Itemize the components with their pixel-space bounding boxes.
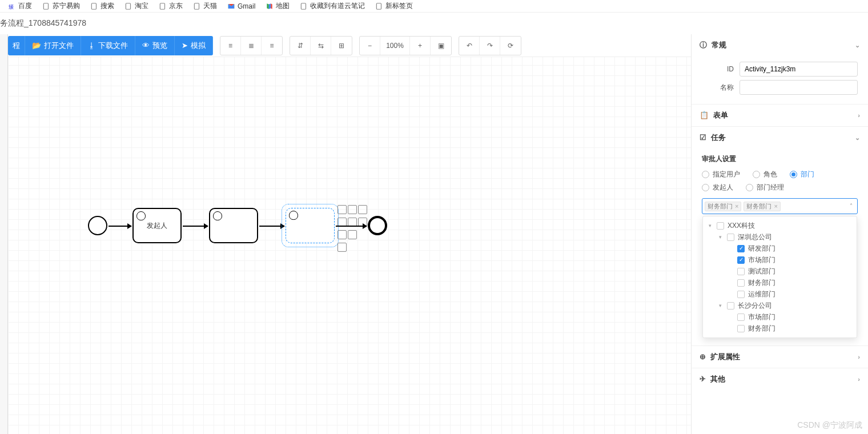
- canvas[interactable]: 程 📂打开文件 ⭳下载文件 👁预览 ➤模拟 ≡ ≣ ≡ ⇵ ⇆ ⊞ − 100%…: [8, 34, 691, 434]
- distribute-group: ⇵ ⇆ ⊞: [290, 36, 352, 55]
- send-icon: ✈: [700, 375, 706, 383]
- bookmark-搜索[interactable]: 搜索: [86, 0, 119, 13]
- dist-h-icon[interactable]: ⇵: [290, 37, 311, 55]
- approver-title: 审批人设置: [702, 151, 858, 166]
- tree-node-市场部门[interactable]: 市场部门: [703, 254, 857, 266]
- name-input[interactable]: [740, 80, 858, 95]
- radio-指定用户[interactable]: 指定用户: [702, 170, 740, 179]
- start-event[interactable]: [88, 216, 107, 235]
- undo-icon[interactable]: ↶: [459, 37, 480, 55]
- tag-财务部门[interactable]: 财务部门 ×: [744, 202, 780, 211]
- radio-dot-icon: [790, 171, 797, 178]
- ctx-text-icon[interactable]: [358, 205, 367, 214]
- zoom-in-icon[interactable]: +: [410, 37, 431, 55]
- checkbox-icon[interactable]: [737, 291, 745, 298]
- flow-3[interactable]: [259, 226, 284, 227]
- tag-close-icon[interactable]: ×: [774, 203, 777, 210]
- dept-multiselect[interactable]: 财务部门 ×财务部门 ×˄ ▾XXX科技▾深圳总公司研发部门市场部门测试部门财务…: [702, 198, 858, 214]
- zoom-out-icon[interactable]: −: [360, 37, 380, 55]
- bookmark-地图[interactable]: 地图: [261, 0, 294, 13]
- bookmark-天猫[interactable]: 天猫: [188, 0, 222, 13]
- checkbox-icon[interactable]: [737, 256, 745, 264]
- tree-node-财务部门[interactable]: 财务部门: [703, 277, 857, 288]
- ctx-delete-icon[interactable]: [348, 230, 357, 239]
- radio-dot-icon: [753, 171, 760, 178]
- ctx-event-icon[interactable]: [337, 205, 347, 214]
- checkbox-icon[interactable]: [727, 302, 734, 310]
- download-button[interactable]: ⭳下载文件: [81, 36, 135, 55]
- bookmark-新标签页[interactable]: 新标签页: [371, 0, 417, 13]
- align-right-icon[interactable]: ≣: [241, 37, 262, 55]
- bookmark-收藏到有道云笔记[interactable]: 收藏到有道云笔记: [295, 0, 369, 13]
- task-3-selected[interactable]: [286, 208, 335, 243]
- tree-node-运维部门[interactable]: 运维部门: [703, 288, 857, 300]
- dist-v-icon[interactable]: ⇆: [311, 37, 331, 55]
- task-2[interactable]: [209, 208, 258, 243]
- open-file-button[interactable]: 📂打开文件: [25, 36, 81, 55]
- tree-node-研发部门[interactable]: 研发部门: [703, 243, 857, 254]
- section-ext[interactable]: ⊕扩展属性 ›: [692, 346, 868, 368]
- id-input[interactable]: [740, 62, 858, 77]
- end-event[interactable]: [368, 216, 387, 235]
- checkbox-icon[interactable]: [737, 268, 745, 275]
- bookmark-京东[interactable]: 京东: [154, 0, 187, 13]
- context-pad[interactable]: [337, 204, 368, 255]
- svg-rect-4: [160, 3, 164, 9]
- task-initiator[interactable]: 发起人: [132, 208, 182, 243]
- redo-icon[interactable]: ↷: [480, 37, 500, 55]
- radio-dot-icon: [702, 171, 709, 178]
- dist-grid-icon[interactable]: ⊞: [331, 37, 352, 55]
- dept-tree-dropdown[interactable]: ▾XXX科技▾深圳总公司研发部门市场部门测试部门财务部门运维部门▾长沙分公司市场…: [702, 216, 857, 338]
- checkbox-icon[interactable]: [737, 325, 745, 332]
- svg-rect-2: [91, 3, 96, 9]
- bookmark-Gmail[interactable]: Gmail: [223, 0, 260, 13]
- bookmark-百度[interactable]: 簇百度: [3, 0, 37, 13]
- section-general[interactable]: ⓘ常规 ⌄: [692, 34, 868, 56]
- tree-node-测试部门[interactable]: 测试部门: [703, 266, 857, 277]
- left-rail: [0, 34, 8, 434]
- section-form[interactable]: 📋表单 ›: [692, 105, 868, 126]
- checkbox-icon[interactable]: [717, 222, 724, 230]
- align-left-icon[interactable]: ≡: [220, 37, 241, 55]
- tree-node-市场部门[interactable]: 市场部门: [703, 311, 857, 323]
- radio-发起人[interactable]: 发起人: [702, 183, 733, 192]
- simulate-button[interactable]: ➤模拟: [175, 36, 213, 55]
- flow-2[interactable]: [183, 226, 208, 227]
- zoom-level: 100%: [380, 37, 410, 55]
- section-task[interactable]: ☑任务 ⌄: [692, 127, 868, 148]
- ctx-gateway-icon[interactable]: [348, 205, 357, 214]
- bookmark-淘宝[interactable]: 淘宝: [120, 0, 153, 13]
- plus-circle-icon: ⊕: [700, 352, 706, 361]
- align-top-icon[interactable]: ≡: [262, 37, 282, 55]
- ctx-arrow-icon[interactable]: [337, 243, 347, 252]
- checkbox-icon[interactable]: [737, 245, 745, 252]
- svg-text:簇: 簇: [9, 3, 14, 9]
- name-label: 名称: [702, 83, 734, 93]
- tree-node-财务部门[interactable]: 财务部门: [703, 323, 857, 334]
- ctx-wrench-icon[interactable]: [337, 230, 347, 239]
- tree-node-XXX科技[interactable]: ▾XXX科技: [703, 220, 857, 231]
- eye-icon: 👁: [142, 41, 150, 50]
- properties-panel: ⓘ常规 ⌄ ID 名称 📋表单 › ☑任务 ⌄ 审批人设置 指定用户角色部门发起…: [691, 34, 868, 434]
- tag-财务部门[interactable]: 财务部门 ×: [705, 202, 741, 211]
- tree-node-长沙分公司[interactable]: ▾长沙分公司: [703, 300, 857, 311]
- process-button[interactable]: 程: [8, 36, 25, 55]
- checkbox-icon[interactable]: [737, 314, 745, 321]
- radio-角色[interactable]: 角色: [753, 170, 777, 179]
- tag-close-icon[interactable]: ×: [735, 203, 738, 210]
- refresh-icon[interactable]: ⟳: [500, 37, 521, 55]
- bookmark-苏宁易购[interactable]: 苏宁易购: [38, 0, 85, 13]
- checkbox-icon[interactable]: [737, 279, 745, 287]
- preview-button[interactable]: 👁预览: [135, 36, 175, 55]
- section-other[interactable]: ✈其他 ›: [692, 368, 868, 390]
- flow-1[interactable]: [108, 226, 131, 227]
- flow-4[interactable]: [336, 226, 367, 227]
- radio-dot-icon: [746, 184, 753, 191]
- svg-rect-5: [194, 3, 199, 9]
- radio-部门[interactable]: 部门: [790, 170, 814, 179]
- tree-node-深圳总公司[interactable]: ▾深圳总公司: [703, 231, 857, 243]
- chevron-down-icon: ⌄: [855, 42, 860, 49]
- checkbox-icon[interactable]: [727, 234, 734, 241]
- zoom-fit-icon[interactable]: ▣: [431, 37, 451, 55]
- radio-部门经理[interactable]: 部门经理: [746, 183, 784, 192]
